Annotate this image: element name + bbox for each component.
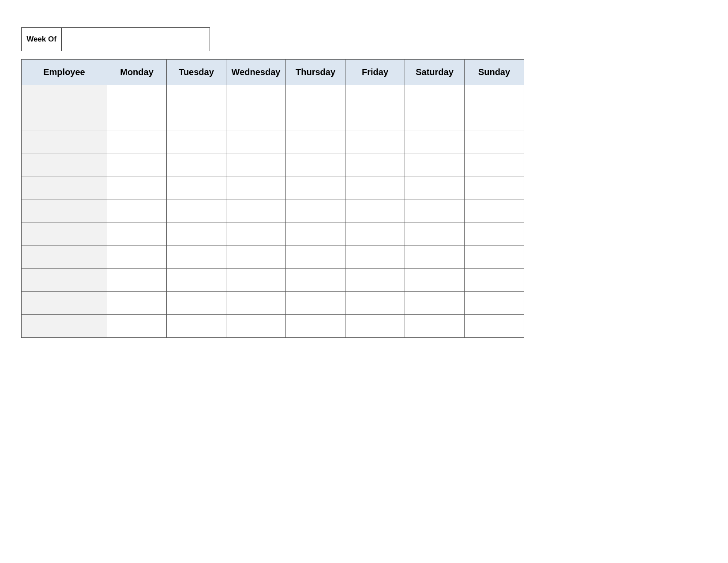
day-cell[interactable] bbox=[107, 223, 167, 246]
day-cell[interactable] bbox=[465, 177, 524, 200]
schedule-table: Employee Monday Tuesday Wednesday Thursd… bbox=[21, 59, 524, 338]
day-cell[interactable] bbox=[345, 269, 405, 292]
day-cell[interactable] bbox=[345, 292, 405, 315]
employee-cell[interactable] bbox=[22, 292, 107, 315]
day-cell[interactable] bbox=[465, 246, 524, 269]
day-cell[interactable] bbox=[405, 131, 465, 154]
day-cell[interactable] bbox=[405, 292, 465, 315]
day-cell[interactable] bbox=[345, 108, 405, 131]
day-cell[interactable] bbox=[345, 315, 405, 338]
schedule-document: Week Of Employee Monday Tuesday Wednesda… bbox=[21, 27, 524, 338]
day-cell[interactable] bbox=[286, 223, 345, 246]
day-cell[interactable] bbox=[167, 131, 226, 154]
day-cell[interactable] bbox=[286, 131, 345, 154]
day-cell[interactable] bbox=[286, 200, 345, 223]
employee-cell[interactable] bbox=[22, 85, 107, 108]
employee-cell[interactable] bbox=[22, 131, 107, 154]
day-cell[interactable] bbox=[286, 292, 345, 315]
table-row bbox=[22, 108, 524, 131]
day-cell[interactable] bbox=[405, 85, 465, 108]
day-cell[interactable] bbox=[465, 131, 524, 154]
day-cell[interactable] bbox=[286, 177, 345, 200]
day-cell[interactable] bbox=[286, 315, 345, 338]
day-cell[interactable] bbox=[405, 177, 465, 200]
day-cell[interactable] bbox=[405, 315, 465, 338]
employee-header: Employee bbox=[22, 60, 107, 85]
day-cell[interactable] bbox=[226, 292, 286, 315]
day-cell[interactable] bbox=[405, 154, 465, 177]
day-cell[interactable] bbox=[286, 154, 345, 177]
day-cell[interactable] bbox=[107, 315, 167, 338]
day-cell[interactable] bbox=[405, 108, 465, 131]
tuesday-header: Tuesday bbox=[167, 60, 226, 85]
table-row bbox=[22, 177, 524, 200]
employee-cell[interactable] bbox=[22, 108, 107, 131]
week-of-input[interactable] bbox=[62, 27, 210, 51]
day-cell[interactable] bbox=[107, 269, 167, 292]
day-cell[interactable] bbox=[167, 177, 226, 200]
day-cell[interactable] bbox=[107, 108, 167, 131]
day-cell[interactable] bbox=[167, 269, 226, 292]
day-cell[interactable] bbox=[345, 177, 405, 200]
day-cell[interactable] bbox=[107, 154, 167, 177]
day-cell[interactable] bbox=[345, 85, 405, 108]
day-cell[interactable] bbox=[167, 200, 226, 223]
day-cell[interactable] bbox=[345, 131, 405, 154]
table-row bbox=[22, 154, 524, 177]
day-cell[interactable] bbox=[167, 108, 226, 131]
day-cell[interactable] bbox=[465, 200, 524, 223]
day-cell[interactable] bbox=[167, 292, 226, 315]
day-cell[interactable] bbox=[345, 246, 405, 269]
day-cell[interactable] bbox=[465, 223, 524, 246]
day-cell[interactable] bbox=[107, 292, 167, 315]
day-cell[interactable] bbox=[226, 200, 286, 223]
day-cell[interactable] bbox=[226, 223, 286, 246]
day-cell[interactable] bbox=[226, 85, 286, 108]
day-cell[interactable] bbox=[286, 246, 345, 269]
employee-cell[interactable] bbox=[22, 269, 107, 292]
employee-cell[interactable] bbox=[22, 154, 107, 177]
day-cell[interactable] bbox=[345, 154, 405, 177]
day-cell[interactable] bbox=[405, 223, 465, 246]
employee-cell[interactable] bbox=[22, 223, 107, 246]
day-cell[interactable] bbox=[226, 246, 286, 269]
day-cell[interactable] bbox=[286, 108, 345, 131]
day-cell[interactable] bbox=[167, 246, 226, 269]
day-cell[interactable] bbox=[465, 154, 524, 177]
employee-cell[interactable] bbox=[22, 246, 107, 269]
day-cell[interactable] bbox=[286, 269, 345, 292]
day-cell[interactable] bbox=[107, 131, 167, 154]
day-cell[interactable] bbox=[465, 269, 524, 292]
day-cell[interactable] bbox=[226, 108, 286, 131]
table-row bbox=[22, 315, 524, 338]
day-cell[interactable] bbox=[226, 177, 286, 200]
day-cell[interactable] bbox=[465, 108, 524, 131]
day-cell[interactable] bbox=[405, 246, 465, 269]
day-cell[interactable] bbox=[167, 154, 226, 177]
monday-header: Monday bbox=[107, 60, 167, 85]
employee-cell[interactable] bbox=[22, 315, 107, 338]
day-cell[interactable] bbox=[107, 200, 167, 223]
day-cell[interactable] bbox=[405, 200, 465, 223]
schedule-body bbox=[22, 85, 524, 338]
table-row bbox=[22, 131, 524, 154]
day-cell[interactable] bbox=[465, 315, 524, 338]
employee-cell[interactable] bbox=[22, 177, 107, 200]
day-cell[interactable] bbox=[345, 200, 405, 223]
day-cell[interactable] bbox=[226, 131, 286, 154]
day-cell[interactable] bbox=[107, 177, 167, 200]
day-cell[interactable] bbox=[465, 292, 524, 315]
employee-cell[interactable] bbox=[22, 200, 107, 223]
day-cell[interactable] bbox=[107, 246, 167, 269]
day-cell[interactable] bbox=[167, 315, 226, 338]
day-cell[interactable] bbox=[107, 85, 167, 108]
day-cell[interactable] bbox=[226, 315, 286, 338]
day-cell[interactable] bbox=[345, 223, 405, 246]
day-cell[interactable] bbox=[226, 269, 286, 292]
day-cell[interactable] bbox=[465, 85, 524, 108]
day-cell[interactable] bbox=[167, 223, 226, 246]
day-cell[interactable] bbox=[286, 85, 345, 108]
day-cell[interactable] bbox=[226, 154, 286, 177]
day-cell[interactable] bbox=[167, 85, 226, 108]
day-cell[interactable] bbox=[405, 269, 465, 292]
